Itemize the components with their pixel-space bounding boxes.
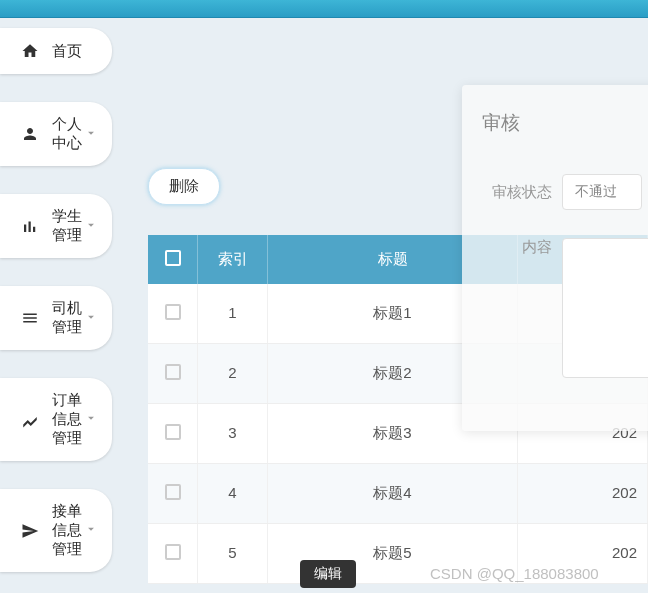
row-checkbox[interactable] xyxy=(165,544,181,560)
sidebar-item-home[interactable]: 首页 xyxy=(0,28,112,74)
svg-rect-0 xyxy=(24,225,26,233)
delete-button[interactable]: 删除 xyxy=(148,168,220,205)
status-select[interactable]: 不通过 xyxy=(562,174,642,210)
sidebar-item-accept-orders[interactable]: 接单信息管理 xyxy=(0,489,112,572)
sidebar-item-label: 接单信息管理 xyxy=(52,502,84,559)
table-row[interactable]: 4 标题4 202 xyxy=(148,464,648,524)
chevron-down-icon xyxy=(84,310,98,327)
chevron-down-icon xyxy=(84,126,98,143)
sidebar: 首页 个人中心 学生管理 司机管理 订单信息管理 接单信息管理 xyxy=(0,18,118,593)
person-icon xyxy=(20,124,40,144)
cell-date: 202 xyxy=(518,464,648,523)
sidebar-item-profile[interactable]: 个人中心 xyxy=(0,102,112,166)
sidebar-item-label: 订单信息管理 xyxy=(52,391,84,448)
select-all-checkbox[interactable] xyxy=(165,250,181,266)
svg-rect-2 xyxy=(33,227,35,232)
row-checkbox[interactable] xyxy=(165,484,181,500)
content-label: 内容 xyxy=(482,238,552,257)
modal-title: 审核 xyxy=(482,110,648,136)
header-index: 索引 xyxy=(198,235,268,284)
cell-title: 标题4 xyxy=(268,464,518,523)
content-textarea[interactable] xyxy=(562,238,648,378)
chevron-down-icon xyxy=(84,218,98,235)
status-label: 审核状态 xyxy=(482,183,552,202)
cell-index: 5 xyxy=(198,524,268,583)
send-icon xyxy=(20,521,40,541)
sidebar-item-students[interactable]: 学生管理 xyxy=(0,194,112,258)
top-bar xyxy=(0,0,648,18)
sidebar-item-label: 首页 xyxy=(52,42,98,61)
row-checkbox[interactable] xyxy=(165,424,181,440)
bar-icon xyxy=(20,216,40,236)
svg-rect-1 xyxy=(29,222,31,233)
sidebar-item-label: 个人中心 xyxy=(52,115,84,153)
chart-icon xyxy=(20,410,40,430)
cell-index: 1 xyxy=(198,284,268,343)
edit-tooltip: 编辑 xyxy=(300,560,356,588)
cell-index: 2 xyxy=(198,344,268,403)
header-checkbox-cell xyxy=(148,235,198,284)
sidebar-item-orders[interactable]: 订单信息管理 xyxy=(0,378,112,461)
cell-index: 3 xyxy=(198,404,268,463)
sidebar-item-drivers[interactable]: 司机管理 xyxy=(0,286,112,350)
chevron-down-icon xyxy=(84,522,98,539)
menu-icon xyxy=(20,308,40,328)
cell-index: 4 xyxy=(198,464,268,523)
chevron-down-icon xyxy=(84,411,98,428)
sidebar-item-label: 司机管理 xyxy=(52,299,84,337)
home-icon xyxy=(20,41,40,61)
sidebar-item-label: 学生管理 xyxy=(52,207,84,245)
row-checkbox[interactable] xyxy=(165,364,181,380)
review-modal: 审核 审核状态 不通过 内容 xyxy=(462,85,648,431)
watermark: CSDN @QQ_188083800 xyxy=(430,565,599,582)
row-checkbox[interactable] xyxy=(165,304,181,320)
